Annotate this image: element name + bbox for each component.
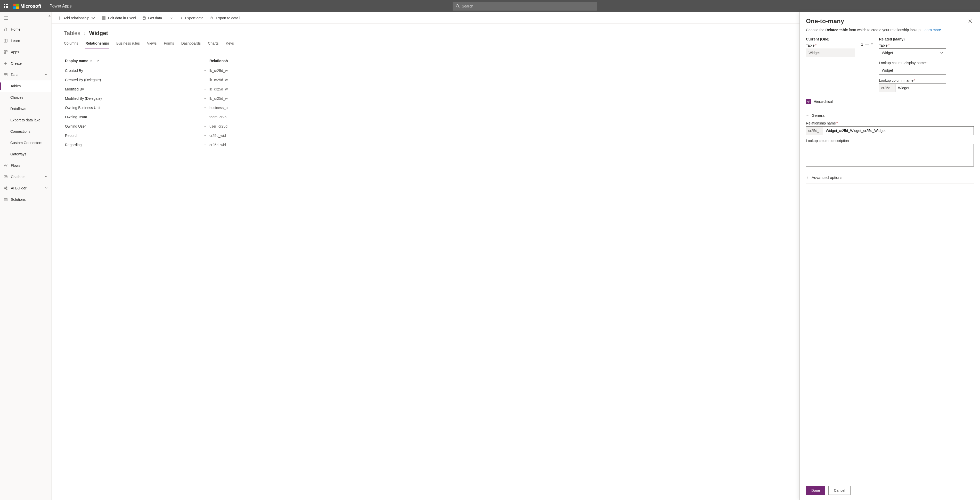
hierarchical-checkbox[interactable] xyxy=(806,99,811,104)
chevron-up-icon xyxy=(45,73,48,77)
book-icon xyxy=(3,39,8,43)
row-more-button[interactable]: ··· xyxy=(202,133,209,138)
general-expander[interactable]: General xyxy=(806,113,974,117)
nav-label: Choices xyxy=(10,95,24,100)
one-to-many-panel: One-to-many Choose the Related table fro… xyxy=(799,13,980,500)
tab-forms[interactable]: Forms xyxy=(164,39,174,48)
app-launcher[interactable] xyxy=(2,2,10,10)
tab-views[interactable]: Views xyxy=(147,39,156,48)
col-display-name-header[interactable]: Display name xyxy=(65,59,209,63)
col-relationship-header[interactable]: Relationsh xyxy=(209,59,786,63)
nav-flows[interactable]: Flows xyxy=(0,160,51,171)
nav-label: Solutions xyxy=(11,197,26,202)
breadcrumb: Tables › Widget xyxy=(64,30,787,37)
relationship-name-input[interactable] xyxy=(823,126,974,135)
chevron-down-icon xyxy=(806,114,809,117)
get-data-dropdown[interactable] xyxy=(168,13,175,24)
svg-rect-10 xyxy=(4,52,5,54)
divider xyxy=(806,183,974,184)
chatbot-icon xyxy=(3,175,8,179)
excel-icon xyxy=(102,16,106,20)
tab-charts[interactable]: Charts xyxy=(208,39,218,48)
export-data-button[interactable]: Export data xyxy=(176,13,206,24)
row-more-button[interactable]: ··· xyxy=(202,124,209,129)
nav-tables[interactable]: Tables xyxy=(0,80,51,92)
advanced-options-expander[interactable]: Advanced options xyxy=(806,175,974,179)
nav-chatbots[interactable]: Chatbots xyxy=(0,171,51,183)
cmd-label: Export to data l xyxy=(216,16,240,20)
nav-apps[interactable]: Apps xyxy=(0,46,51,58)
learn-more-link[interactable]: Learn more xyxy=(923,28,941,32)
lookup-description-textarea[interactable] xyxy=(806,144,974,167)
nav-learn[interactable]: Learn xyxy=(0,35,51,46)
command-bar: Add relationship Edit data in Excel Get … xyxy=(52,13,799,24)
tab-business-rules[interactable]: Business rules xyxy=(116,39,140,48)
close-button[interactable] xyxy=(967,17,974,25)
lookup-column-name-input[interactable] xyxy=(895,84,946,92)
svg-point-0 xyxy=(456,5,458,7)
row-more-button[interactable]: ··· xyxy=(202,115,209,119)
nav-export-to-data-lake[interactable]: Export to data lake xyxy=(0,114,51,126)
row-relationship-name: cr25d_wid xyxy=(209,143,786,147)
row-more-button[interactable]: ··· xyxy=(202,78,209,82)
row-more-button[interactable]: ··· xyxy=(202,96,209,101)
row-display-name: Owning Team xyxy=(65,115,87,119)
tab-dashboards[interactable]: Dashboards xyxy=(181,39,201,48)
data-icon xyxy=(3,73,8,77)
row-relationship-name: team_cr25 xyxy=(209,115,786,119)
get-data-button[interactable]: Get data xyxy=(140,13,165,24)
breadcrumb-parent[interactable]: Tables xyxy=(64,30,81,37)
nav-ai-builder[interactable]: AI Builder xyxy=(0,183,51,194)
lookup-display-name-label: Lookup column display name* xyxy=(879,61,974,65)
nav-dataflows[interactable]: Dataflows xyxy=(0,103,51,114)
row-more-button[interactable]: ··· xyxy=(202,68,209,73)
lookup-display-name-input[interactable] xyxy=(879,66,946,75)
table-row[interactable]: Owning User···user_cr25d xyxy=(64,122,787,131)
table-row[interactable]: Regarding···cr25d_wid xyxy=(64,140,787,149)
row-more-button[interactable]: ··· xyxy=(202,87,209,92)
current-header: Current (One) xyxy=(806,37,855,41)
svg-rect-24 xyxy=(4,198,7,201)
nav-collapse-button[interactable] xyxy=(0,13,51,24)
nav-home[interactable]: Home xyxy=(0,24,51,35)
hierarchical-label: Hierarchical xyxy=(814,100,833,103)
related-table-select[interactable]: Widget xyxy=(879,48,946,57)
current-table-label: Table* xyxy=(806,43,855,48)
row-more-button[interactable]: ··· xyxy=(202,105,209,110)
nav-solutions[interactable]: Solutions xyxy=(0,194,51,205)
breadcrumb-current: Widget xyxy=(89,30,108,37)
table-row[interactable]: Created By···lk_cr25d_w xyxy=(64,66,787,75)
table-row[interactable]: Record···cr25d_wid xyxy=(64,131,787,140)
ai-icon xyxy=(3,186,8,190)
export-to-data-lake-button[interactable]: Export to data l xyxy=(207,13,243,24)
nav-gateways[interactable]: Gateways xyxy=(0,148,51,160)
tab-keys[interactable]: Keys xyxy=(226,39,234,48)
nav-custom-connectors[interactable]: Custom Connectors xyxy=(0,137,51,148)
add-relationship-button[interactable]: Add relationship xyxy=(55,13,98,24)
cancel-button[interactable]: Cancel xyxy=(828,486,851,495)
nav-choices[interactable]: Choices xyxy=(0,92,51,103)
edit-data-in-excel-button[interactable]: Edit data in Excel xyxy=(99,13,138,24)
table-row[interactable]: Owning Team···team_cr25 xyxy=(64,113,787,122)
search-icon xyxy=(456,4,460,8)
advanced-label: Advanced options xyxy=(811,175,842,179)
app-name: Power Apps xyxy=(49,4,72,8)
done-button[interactable]: Done xyxy=(806,486,825,495)
table-row[interactable]: Created By (Delegate)···lk_cr25d_w xyxy=(64,75,787,84)
tab-relationships[interactable]: Relationships xyxy=(85,39,109,48)
table-row[interactable]: Modified By···lk_cr25d_w xyxy=(64,84,787,94)
row-display-name: Modified By xyxy=(65,87,84,91)
nav-connections[interactable]: Connections xyxy=(0,126,51,137)
row-display-name: Modified By (Delegate) xyxy=(65,97,102,100)
tab-columns[interactable]: Columns xyxy=(64,39,78,48)
search-input[interactable] xyxy=(462,4,594,8)
lookup-description-label: Lookup column description xyxy=(806,139,974,143)
row-more-button[interactable]: ··· xyxy=(202,143,209,147)
nav-label: Learn xyxy=(11,39,20,43)
table-row[interactable]: Owning Business Unit···business_u xyxy=(64,103,787,113)
search-box[interactable] xyxy=(453,2,597,11)
table-row[interactable]: Modified By (Delegate)···lk_cr25d_w xyxy=(64,94,787,103)
nav-create[interactable]: Create xyxy=(0,58,51,69)
nav-data[interactable]: Data xyxy=(0,69,51,80)
nav-label: Apps xyxy=(11,50,19,54)
